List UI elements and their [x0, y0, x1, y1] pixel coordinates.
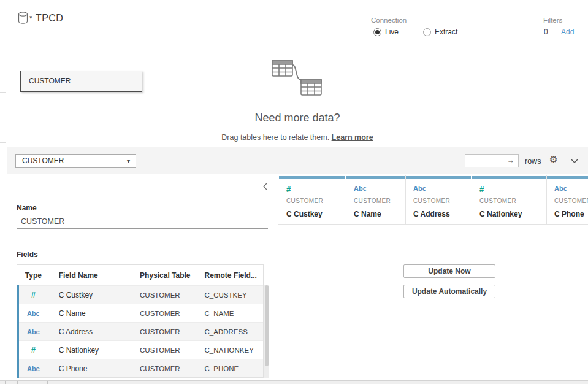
filters-divider	[556, 27, 556, 36]
scrollbar-thumb[interactable]	[265, 285, 269, 366]
add-filter-link[interactable]: Add	[561, 28, 574, 36]
grid-column-c-address[interactable]: Abc CUSTOMER C Address	[406, 175, 472, 225]
table-name-field[interactable]: CUSTOMER	[17, 215, 268, 229]
column-table-label: CUSTOMER	[554, 198, 588, 204]
empty-state-title: Need more data?	[7, 112, 588, 125]
update-automatically-button[interactable]: Update Automatically	[403, 285, 495, 298]
tableau-datasource-page: ▾ TPCD Connection Live Extract Filters 0…	[0, 0, 588, 384]
column-field-label: C Custkey	[286, 210, 323, 218]
update-now-button[interactable]: Update Now	[403, 264, 495, 278]
physical-table-cell: CUSTOMER	[132, 286, 196, 304]
string-type-icon: Abc	[17, 328, 50, 336]
table-row[interactable]: Abc C Name CUSTOMER C_NAME	[17, 304, 263, 322]
table-selector-value: CUSTOMER	[22, 156, 64, 165]
column-table-label: CUSTOMER	[354, 198, 391, 204]
chevron-down-icon[interactable]	[571, 159, 578, 163]
grid-column-c-name[interactable]: Abc CUSTOMER C Name	[346, 175, 406, 225]
physical-table-cell: CUSTOMER	[132, 304, 196, 322]
gear-icon[interactable]: ⚙	[549, 155, 557, 164]
remote-field-cell: C_CUSTKEY	[197, 286, 263, 304]
physical-table-cell: CUSTOMER	[132, 323, 196, 340]
table-selector-dropdown[interactable]: CUSTOMER ▾	[15, 154, 136, 168]
rail-divider	[0, 177, 6, 177]
column-table-label: CUSTOMER	[479, 198, 516, 204]
logical-table-node[interactable]: CUSTOMER	[20, 71, 142, 92]
field-name-cell: C Name	[50, 304, 132, 322]
live-radio[interactable]	[373, 28, 381, 36]
strip-tick	[5, 381, 6, 384]
string-type-icon: Abc	[413, 185, 426, 192]
table-row[interactable]: Abc C Phone CUSTOMER C_PHONE	[17, 359, 263, 377]
physical-table-cell: CUSTOMER	[132, 359, 196, 377]
remote-field-cell: C_NATIONKEY	[197, 341, 263, 359]
fields-table: Type Field Name Physical Table Remote Fi…	[17, 264, 264, 378]
column-accent-bar	[406, 176, 471, 179]
column-header-physical-table: Physical Table	[132, 265, 196, 285]
collapse-panel-icon[interactable]	[262, 182, 268, 191]
live-radio-label[interactable]: Live	[385, 28, 399, 36]
table-row[interactable]: Abc C Address CUSTOMER C_ADDRESS	[17, 322, 263, 340]
field-name-cell: C Custkey	[50, 286, 132, 304]
horizontal-scrollbar[interactable]	[0, 380, 588, 384]
remote-field-cell: C_NAME	[197, 304, 263, 322]
name-label: Name	[17, 204, 37, 212]
filters-count: 0	[544, 28, 548, 36]
number-type-icon: #	[286, 185, 291, 194]
data-grid-header: # CUSTOMER C Custkey Abc CUSTOMER C Name…	[278, 175, 588, 225]
connection-label: Connection	[371, 17, 407, 24]
string-type-icon: Abc	[17, 310, 50, 317]
learn-more-link[interactable]: Learn more	[332, 133, 373, 142]
column-field-label: C Nationkey	[479, 210, 522, 218]
string-type-icon: Abc	[354, 185, 367, 192]
rows-unit-label: rows	[525, 157, 541, 166]
relate-tables-icon	[267, 58, 326, 98]
extract-radio-label[interactable]: Extract	[435, 28, 457, 36]
filters-label: Filters	[543, 17, 562, 24]
number-type-icon: #	[17, 290, 50, 299]
column-table-label: CUSTOMER	[413, 198, 450, 204]
strip-tick	[143, 381, 143, 384]
empty-state-hint: Drag tables here to relate them. Learn m…	[7, 133, 588, 142]
column-header-field-name: Field Name	[50, 265, 132, 285]
number-type-icon: #	[479, 185, 484, 194]
row-limit-input[interactable]: →	[465, 154, 519, 167]
string-type-icon: Abc	[554, 185, 567, 192]
datasource-title: TPCD	[36, 13, 63, 24]
field-name-cell: C Address	[50, 323, 132, 340]
column-field-label: C Phone	[554, 210, 584, 218]
database-icon[interactable]	[18, 12, 28, 24]
remote-field-cell: C_ADDRESS	[197, 323, 263, 340]
strip-tick	[34, 381, 34, 384]
extract-radio[interactable]	[423, 28, 431, 36]
rail-divider	[0, 142, 6, 143]
apply-rows-arrow-icon[interactable]: →	[507, 156, 514, 164]
fields-table-header: Type Field Name Physical Table Remote Fi…	[17, 265, 263, 285]
rail-divider	[0, 92, 6, 93]
empty-state-hint-text: Drag tables here to relate them.	[221, 133, 329, 142]
string-type-icon: Abc	[17, 365, 50, 372]
column-accent-bar	[472, 176, 546, 179]
strip-tick	[17, 381, 18, 384]
number-type-icon: #	[17, 345, 50, 355]
grid-column-c-nationkey[interactable]: # CUSTOMER C Nationkey	[472, 175, 547, 225]
column-header-remote-field: Remote Field...	[197, 265, 263, 285]
table-row[interactable]: # C Custkey CUSTOMER C_CUSTKEY	[17, 285, 263, 304]
column-accent-bar	[346, 176, 405, 179]
table-row[interactable]: # C Nationkey CUSTOMER C_NATIONKEY	[17, 340, 263, 359]
collapsed-left-pane[interactable]	[0, 0, 6, 380]
column-accent-bar	[279, 176, 345, 179]
strip-tick	[47, 381, 48, 384]
field-name-cell: C Phone	[50, 359, 132, 377]
column-table-label: CUSTOMER	[286, 198, 323, 204]
grid-column-c-custkey[interactable]: # CUSTOMER C Custkey	[279, 175, 346, 225]
fields-table-scrollbar[interactable]	[264, 285, 269, 378]
column-field-label: C Address	[413, 210, 450, 218]
dropdown-caret-icon: ▾	[127, 155, 130, 167]
field-name-cell: C Nationkey	[50, 341, 132, 359]
grid-column-c-phone[interactable]: Abc CUSTOMER C Phone	[547, 175, 588, 225]
row-limit-field[interactable]	[467, 155, 507, 166]
column-field-label: C Name	[354, 210, 381, 218]
database-menu-caret-icon[interactable]: ▾	[29, 14, 32, 20]
column-header-type: Type	[17, 271, 50, 280]
physical-table-cell: CUSTOMER	[132, 341, 196, 359]
